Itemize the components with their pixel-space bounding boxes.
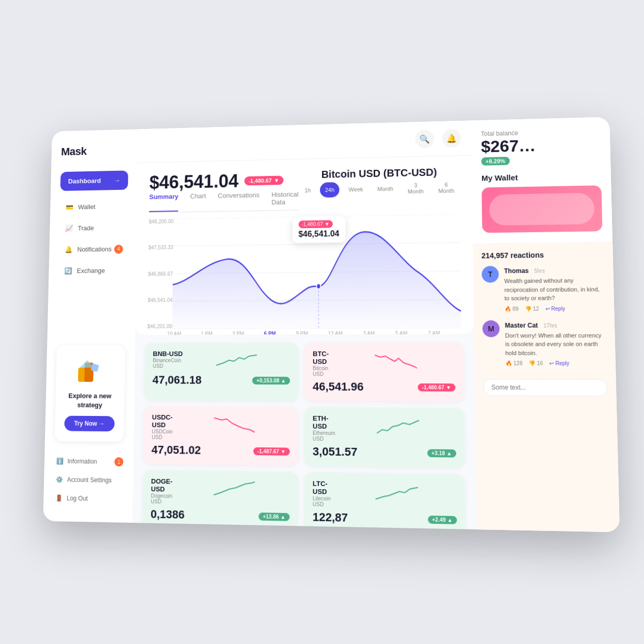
coin-doge-price: 0,1386 xyxy=(151,508,185,522)
wallet-label: Wallet xyxy=(78,203,95,211)
coin-btc-price: 46,541.96 xyxy=(313,380,364,394)
coin-bnb-price: 47,061.18 xyxy=(152,374,201,387)
tooltip-change-value: -1,480.67 xyxy=(301,221,323,227)
coin-btc-name: Bitcoin USD xyxy=(313,365,337,377)
sidebar-item-notifications[interactable]: 🔔 Notifications 4 xyxy=(59,240,127,258)
tooltip-change: -1,480.67 ▼ xyxy=(298,220,332,229)
explore-card: Explore a new strategy Try Now → xyxy=(55,345,125,442)
sidebar-item-wallet[interactable]: 💳 Wallet xyxy=(60,198,128,216)
doge-change-badge: +13.86 ▲ xyxy=(259,512,289,521)
filter-3month[interactable]: 3 Month xyxy=(403,181,429,197)
eth-up-icon: ▲ xyxy=(446,450,452,456)
trade-icon: 📈 xyxy=(65,224,73,232)
exchange-label: Exchange xyxy=(77,267,105,275)
sidebar-item-information[interactable]: ℹ️ Information 1 xyxy=(54,454,124,470)
account-settings-label: Account Settings xyxy=(67,476,112,484)
chart-header: $46,541.04 -1,480.67 ▼ Summary Chart Con… xyxy=(149,166,460,215)
tab-chart[interactable]: Chart xyxy=(190,192,206,211)
btc-change-badge: -1,480.67 ▼ xyxy=(417,383,455,392)
avatar-mastercat: M xyxy=(482,320,500,337)
ltc-up-icon: ▲ xyxy=(447,517,453,523)
chart-x-labels: 10 AM 1 PM 3 PM 6 PM 9 PM 12 AM 3 AM 5 A… xyxy=(147,328,461,335)
thomas-fire: 🔥 89 xyxy=(505,306,519,312)
mastercat-reply[interactable]: ↩ Reply xyxy=(550,360,570,366)
dashboard-button[interactable]: Dashboard → xyxy=(60,170,128,191)
sidebar-item-exchange[interactable]: 🔄 Exchange xyxy=(58,262,127,280)
doge-up-icon: ▲ xyxy=(280,514,285,520)
filter-6month[interactable]: 6 Month xyxy=(433,180,460,196)
reactions-count: 214,957 reactions xyxy=(481,250,604,260)
total-balance-value: $267… xyxy=(481,135,601,156)
coin-card-bnb[interactable]: BNB-USD BinanceCoin USD 47,061.18 +0,153… xyxy=(144,343,299,400)
doge-mini-chart xyxy=(179,478,290,501)
filter-week[interactable]: Week xyxy=(344,182,368,197)
coin-card-btc[interactable]: BTC-USD Bitcoin USD 46,541.96 -1,480.67 … xyxy=(304,343,464,402)
sidebar-item-logout[interactable]: 🚪 Log Out xyxy=(53,490,123,507)
coin-eth-symbol: ETH-USD xyxy=(313,414,341,430)
eth-mini-chart xyxy=(341,415,456,437)
coin-ltc-symbol: LTC-USD xyxy=(313,479,338,496)
thomas-comment-content: Thomas 5hrs Wealth gained without any re… xyxy=(504,265,606,312)
coin-card-eth[interactable]: ETH-USD Ethereum USD 3,051.57 +3.18 ▲ xyxy=(304,407,465,468)
wallet-icon: 💳 xyxy=(66,203,73,211)
bell-icon: 🔔 xyxy=(65,246,72,253)
device-frame: Mask Dashboard → 💳 Wallet 📈 Trade 🔔 Noti… xyxy=(43,117,619,533)
usdc-mini-chart xyxy=(179,413,290,435)
coin-usdc-header: USDC-USD USDCoin USD xyxy=(152,413,290,441)
x-label-6pm: 6 PM xyxy=(264,331,276,335)
filter-month[interactable]: Month xyxy=(372,181,398,197)
try-now-button[interactable]: Try Now → xyxy=(64,416,115,431)
notification-bell-icon[interactable]: 🔔 xyxy=(442,129,461,148)
avatar-thomas: T xyxy=(481,266,498,283)
sidebar: Mask Dashboard → 💳 Wallet 📈 Trade 🔔 Noti… xyxy=(43,129,138,523)
mastercat-author: Master Cat xyxy=(505,321,538,329)
tab-conversations[interactable]: Conversations xyxy=(218,191,260,211)
usdc-change-badge: -1,487.67 ▼ xyxy=(253,447,290,455)
main-content: 🔍 🔔 $46,541.04 -1,480.67 ▼ Summary Chart xyxy=(133,121,477,529)
filter-24h[interactable]: 24h xyxy=(320,182,340,198)
time-filters: 1h 24h Week Month 3 Month 6 Month xyxy=(299,180,459,198)
comment-item-mastercat: M Master Cat 17hrs Don't worry! When all… xyxy=(482,319,607,366)
coin-usdc-name: USDCoin USD xyxy=(152,429,180,440)
dashboard-label: Dashboard xyxy=(68,177,101,185)
x-label-10am: 10 AM xyxy=(167,331,182,335)
logout-icon: 🚪 xyxy=(55,494,63,502)
y-label-3: $46,866.67 xyxy=(148,271,173,277)
notifications-label: Notifications xyxy=(77,245,112,253)
thomas-time: 5hrs xyxy=(534,268,544,273)
exchange-icon: 🔄 xyxy=(64,267,72,275)
y-label-1: $48,200.00 xyxy=(149,219,173,224)
notification-badge: 4 xyxy=(114,245,123,254)
right-panel-top: Total balance $267… +8.29% My Wallet xyxy=(471,117,613,244)
trade-label: Trade xyxy=(78,224,94,232)
sidebar-item-trade[interactable]: 📈 Trade xyxy=(59,219,127,237)
sidebar-logo: Mask xyxy=(61,144,128,158)
thomas-reply[interactable]: ↩ Reply xyxy=(545,305,565,311)
reactions-panel: 214,957 reactions T Thomas 5hrs Wealth g… xyxy=(473,242,620,532)
coin-bnb-name: BinanceCoin USD xyxy=(153,358,184,369)
coin-eth-name: Ethereum USD xyxy=(313,430,341,442)
coin-card-doge[interactable]: DOGE-USD Dogecoin USD 0,1386 +13.86 ▲ xyxy=(142,470,298,529)
coin-card-usdc[interactable]: USDC-USD USDCoin USD 47,051.02 -1,487.67… xyxy=(143,406,298,465)
info-badge: 1 xyxy=(115,457,124,466)
coin-ltc-header: LTC-USD Litecoin USD xyxy=(313,479,457,509)
mastercat-text: Don't worry! When all other currency is … xyxy=(505,331,607,357)
mastercat-reactions: 🔥 128 👎 16 ↩ Reply xyxy=(505,360,606,366)
mastercat-fire: 🔥 128 xyxy=(505,360,522,366)
tab-summary[interactable]: Summary xyxy=(149,192,179,212)
wallet-card xyxy=(481,185,602,233)
filter-1h[interactable]: 1h xyxy=(299,183,316,198)
coin-doge-symbol: DOGE-USD xyxy=(151,477,179,493)
coin-bnb-header: BNB-USD BinanceCoin USD xyxy=(153,350,290,371)
search-icon[interactable]: 🔍 xyxy=(415,130,434,148)
y-label-5: $46,201.00 xyxy=(147,324,172,329)
coin-usdc-price: 47,051.02 xyxy=(151,443,201,457)
tab-historical[interactable]: Historical Data xyxy=(271,190,300,210)
explore-title: Explore a new strategy xyxy=(63,391,117,410)
sidebar-item-account-settings[interactable]: ⚙️ Account Settings xyxy=(54,472,123,488)
thomas-reactions: 🔥 89 👎 12 ↩ Reply xyxy=(505,305,605,312)
comment-input[interactable] xyxy=(483,379,607,396)
x-label-3pm: 3 PM xyxy=(232,331,244,335)
coin-card-ltc[interactable]: LTC-USD Litecoin USD 122,87 +2.49 ▲ xyxy=(304,472,466,529)
coins-section: BNB-USD BinanceCoin USD 47,061.18 +0,153… xyxy=(133,334,477,529)
